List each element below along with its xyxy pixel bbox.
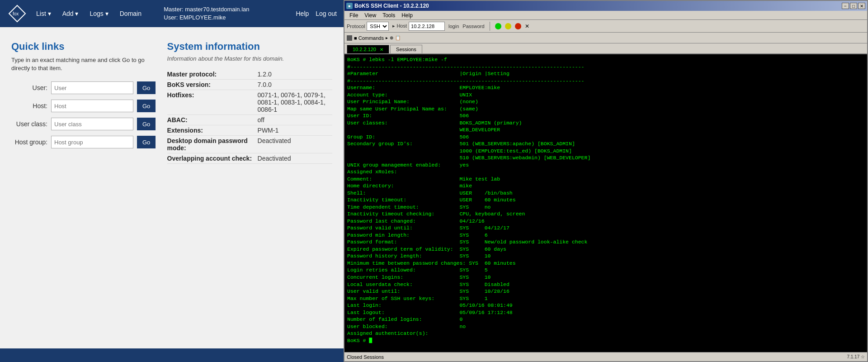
protocol-select[interactable]: SSH (367, 22, 389, 31)
content-area: Quick links Type in an exact matching na… (0, 27, 344, 348)
ssh-menubar: File View Tools Help (344, 11, 867, 20)
info-row-value: 7.0.0 (258, 81, 272, 88)
terminal-line: Password last changed: 04/12/16 (347, 218, 864, 225)
terminal-line: Password format: SYS New/old password lo… (347, 238, 864, 246)
terminal-line: BoKS # lebks -l EMPLOYEE:mike -f (347, 56, 864, 63)
menu-file[interactable]: File (347, 11, 361, 19)
nav-help[interactable]: Help (296, 10, 309, 17)
info-row-label: Extensions: (167, 127, 258, 134)
quick-links-subtitle: Type in an exact matching name and click… (11, 56, 149, 72)
tab-sessions-label: Sessions (396, 47, 416, 52)
info-row: ABAC:off (167, 115, 332, 125)
terminal-line: 1000 (EMPLOYEE:test_ed) [BOKS_ADMIN] (347, 148, 864, 155)
terminal-line: Last login: 05/10/16 08:01:49 (347, 302, 864, 309)
nav-logout[interactable]: Log out (316, 10, 337, 17)
info-row-label: BoKS version: (167, 81, 258, 88)
terminal-line: Assigned authenticator(s): (347, 330, 864, 337)
info-row: BoKS version:7.0.0 (167, 80, 332, 90)
toolbar2-icon4[interactable]: 📋 (395, 35, 401, 40)
userclass-input[interactable] (51, 118, 133, 130)
tab-close-icon[interactable]: ✕ (380, 47, 383, 52)
ssh-panel: ■ BoKS SSH Client - 10.2.2.120 − □ ✕ Fil… (344, 0, 868, 362)
terminal-line: Secondary group ID's: 501 (WEB_SERVERS:a… (347, 140, 864, 148)
ssh-terminal[interactable]: BoKS # lebks -l EMPLOYEE:mike -f#-------… (344, 54, 867, 352)
ssh-titlebar-controls: − □ ✕ (842, 3, 865, 9)
nav-links: List ▾ Add ▾ Logs ▾ Domain (32, 7, 159, 20)
terminal-line: WEB_DEVELOPER (347, 126, 864, 133)
ssh-toolbar2: ■ Commands ▸ ⊕ 📋 (344, 33, 867, 43)
userclass-row: User class: Go (11, 118, 149, 130)
host-input[interactable] (51, 100, 133, 112)
hostgroup-input[interactable] (51, 136, 133, 148)
user-input[interactable] (51, 81, 133, 94)
status-dot-yellow (505, 23, 511, 29)
toolbar2-icon3[interactable]: ⊕ (390, 35, 393, 40)
commands-label: ■ Commands (354, 35, 384, 41)
hostgroup-label: Host group: (11, 138, 47, 146)
menu-tools[interactable]: Tools (380, 11, 398, 19)
host-label: ▸ Host (392, 23, 407, 29)
info-row: Overlapping account check:Deactivated (167, 153, 332, 164)
disconnect-icon[interactable]: ✕ (525, 23, 529, 29)
terminal-line: Max number of SSH user keys: SYS 1 (347, 295, 864, 302)
terminal-line: Password min length: SYS 6 (347, 232, 864, 239)
terminal-line: Assigned xRoles: (347, 168, 864, 176)
terminal-line: 510 (WEB_SERVERS:webadmin) [WEB_DEVELOPE… (347, 154, 864, 162)
login-group: login (448, 24, 459, 29)
info-row: Master protocol:1.2.0 (167, 69, 332, 80)
info-row-value: PWM-1 (258, 127, 279, 134)
hostgroup-go-button[interactable]: Go (137, 136, 156, 148)
terminal-line: #Parameter |Origin |Setting (347, 70, 864, 77)
host-row: Host: Go (11, 100, 149, 112)
info-row: Hotfixes:0071-1, 0076-1, 0079-1, 0081-1,… (167, 90, 332, 115)
nav-list[interactable]: List ▾ (32, 7, 56, 20)
menu-view[interactable]: View (362, 11, 379, 19)
terminal-line: Shell: USER /bin/bash (347, 190, 864, 197)
quick-links-form: User: Go Host: Go User class: Go Host gr… (11, 81, 149, 148)
statusbar-left: Closed Sessions (347, 354, 384, 360)
svg-text:fox: fox (13, 11, 19, 16)
menu-help[interactable]: Help (399, 11, 415, 19)
info-row-value: 0071-1, 0076-1, 0079-1, 0081-1, 0083-1, … (258, 91, 332, 113)
terminal-line: #---------------------------------------… (347, 77, 864, 85)
nav-domain[interactable]: Domain (115, 7, 146, 20)
maximize-button[interactable]: □ (850, 3, 857, 9)
system-info-subtitle: Information about the Master for this do… (167, 55, 332, 62)
terminal-line: Username: EMPLOYEE:mike (347, 84, 864, 91)
tab-active-label: 10.2.2.120 (353, 47, 376, 52)
tab-sessions[interactable]: Sessions (390, 45, 422, 53)
ssh-titlebar-title: ■ BoKS SSH Client - 10.2.2.120 (346, 3, 429, 9)
terminal-line: Inactivity timeout checking: CPU, keyboa… (347, 210, 864, 218)
terminal-line: Account type: UNIX (347, 91, 864, 99)
web-panel: fox List ▾ Add ▾ Logs ▾ Domain Master: m… (0, 0, 344, 362)
nav-add[interactable]: Add ▾ (58, 7, 83, 20)
protocol-label: Protocol (347, 24, 365, 29)
minimize-button[interactable]: − (842, 3, 849, 9)
toolbar2-icon2[interactable]: ▸ (386, 35, 388, 40)
host-go-button[interactable]: Go (137, 100, 156, 112)
terminal-line: Time dependent timeout: SYS no (347, 204, 864, 211)
userclass-label: User class: (11, 120, 47, 128)
tab-active[interactable]: 10.2.2.120 ✕ (347, 45, 389, 53)
close-button[interactable]: ✕ (858, 3, 865, 9)
terminal-line: #---------------------------------------… (347, 63, 864, 71)
toolbar2-icon1[interactable] (347, 35, 352, 41)
info-row-label: Overlapping account check: (167, 155, 258, 162)
terminal-line: User classes: BOKS_ADMIN (primary) (347, 119, 864, 127)
terminal-line: Home directory: mike (347, 182, 864, 190)
terminal-line: BoKS # █ (347, 337, 864, 344)
toolbar-divider (490, 22, 490, 31)
system-info: System information Information about the… (167, 41, 332, 335)
terminal-line: Group ID: 506 (347, 133, 864, 141)
userclass-go-button[interactable]: Go (137, 118, 156, 130)
info-row: Desktop domain password mode:Deactivated (167, 136, 332, 153)
nav-logs[interactable]: Logs ▾ (85, 7, 113, 20)
terminal-line: User ID: 506 (347, 112, 864, 119)
ssh-toolbar: Protocol SSH ▸ Host login Password ✕ (344, 20, 867, 33)
info-row-label: Desktop domain password mode: (167, 137, 258, 152)
terminal-line: Last logout: 05/09/16 17:12:48 (347, 309, 864, 316)
user-go-button[interactable]: Go (137, 81, 156, 94)
host-input[interactable] (409, 22, 445, 31)
status-dot-red (515, 23, 521, 29)
terminal-line: User valid until: SYS 10/28/16 (347, 288, 864, 295)
